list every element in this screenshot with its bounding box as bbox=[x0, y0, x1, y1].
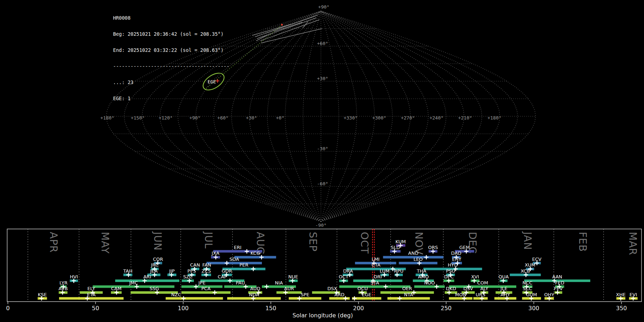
shower-code-label: ERI bbox=[234, 245, 241, 250]
shower-code-label: RPU bbox=[394, 268, 403, 274]
peak-marker bbox=[424, 255, 429, 259]
shower-code-label: JPE bbox=[198, 280, 205, 286]
peak-marker bbox=[352, 296, 357, 301]
shower-code-label: SLD bbox=[391, 245, 400, 250]
month-label: JUL bbox=[203, 231, 214, 249]
shower-code-label: ORI bbox=[374, 274, 382, 279]
shower-code-label: EHY bbox=[452, 257, 461, 262]
peak-marker bbox=[251, 267, 255, 271]
x-tick-label: 100 bbox=[178, 305, 189, 312]
peak-marker bbox=[225, 261, 229, 265]
shower-code-label: NIA bbox=[275, 280, 283, 286]
shower-code-label: SCC bbox=[523, 286, 532, 291]
shower-code-label: DSV bbox=[463, 286, 473, 291]
latitude-label: -60° bbox=[317, 181, 328, 186]
pole-label-north: +90° bbox=[318, 4, 329, 10]
shower-code-label: NUE bbox=[288, 274, 298, 279]
shower-code-label: NCC bbox=[522, 280, 532, 286]
meteor-trail bbox=[265, 15, 318, 33]
shower-code-label: PER bbox=[239, 262, 248, 268]
latitude-label: -30° bbox=[317, 146, 328, 151]
shower-activity-bar bbox=[166, 297, 223, 300]
shower-code-label: SDA bbox=[229, 257, 239, 262]
shower-code-label: LMI bbox=[372, 257, 380, 262]
shower-code-label: NOO bbox=[424, 280, 435, 286]
shower-activity-bar bbox=[289, 297, 321, 300]
peak-marker bbox=[397, 296, 402, 301]
radiant-drift-trail bbox=[206, 25, 282, 88]
shower-code-label: FEV bbox=[554, 286, 563, 291]
plot-canvas: EGE+90°-90°+60°+30°-30°-60°+180°+150°+12… bbox=[0, 0, 644, 322]
x-axis-title: Solar longitude (deg) bbox=[293, 312, 353, 319]
longitude-label: +60° bbox=[217, 115, 228, 121]
shower-code-label: DSX bbox=[327, 286, 337, 291]
longitude-label: +330° bbox=[343, 115, 357, 121]
shower-code-label: EGE bbox=[362, 292, 372, 297]
longitude-label: +90° bbox=[189, 115, 200, 121]
longitude-label: +210° bbox=[458, 115, 472, 121]
shower-activity-bar bbox=[59, 297, 123, 300]
peak-marker bbox=[384, 284, 388, 289]
longitude-label: +150° bbox=[131, 115, 145, 121]
shower-activity-bar bbox=[93, 286, 174, 288]
month-label: FEB bbox=[577, 232, 589, 252]
peak-marker bbox=[194, 284, 198, 289]
longitude-label: +180° bbox=[487, 115, 501, 121]
shower-code-label: JEA bbox=[150, 268, 158, 274]
x-tick-label: 200 bbox=[353, 305, 364, 312]
shower-code-label: ELY bbox=[87, 286, 95, 291]
shower-code-label: LEO bbox=[414, 257, 423, 262]
shower-code-label: PCA bbox=[201, 286, 211, 291]
shower-code-label: SPE bbox=[301, 292, 309, 297]
shower-radiant-label: EGE bbox=[208, 79, 216, 84]
shower-activity-bar bbox=[339, 286, 410, 288]
longitude-label: +30° bbox=[246, 115, 257, 121]
longitude-label: +300° bbox=[372, 115, 386, 121]
shower-code-label: ALY bbox=[480, 286, 488, 291]
x-tick-label: 50 bbox=[92, 305, 99, 312]
shower-code-label: OER bbox=[402, 286, 412, 291]
trail-begin-dot bbox=[281, 24, 283, 26]
shower-activity-bar bbox=[115, 279, 179, 282]
month-label: MAY bbox=[99, 232, 111, 254]
meteor-trail bbox=[261, 29, 322, 43]
shower-activity-bar bbox=[206, 262, 262, 264]
month-label: JAN bbox=[522, 231, 533, 250]
shower-code-label: GEM bbox=[459, 245, 470, 250]
shower-code-label: CTA bbox=[372, 262, 381, 268]
month-label: MAR bbox=[627, 232, 639, 255]
shower-activity-bar bbox=[131, 291, 178, 294]
peak-marker bbox=[264, 284, 269, 289]
shower-code-label: COM bbox=[477, 280, 488, 286]
longitude-label: +0° bbox=[276, 115, 284, 121]
shower-activity-bar bbox=[414, 286, 445, 288]
shower-code-label: NTA bbox=[404, 292, 413, 297]
peak-marker bbox=[213, 291, 217, 295]
shower-code-label: NDA bbox=[249, 292, 259, 297]
shower-code-label: DKD bbox=[446, 286, 456, 291]
shower-code-label: KSE bbox=[38, 292, 47, 297]
pole-label-south: -90° bbox=[315, 223, 326, 228]
shower-code-label: KCG bbox=[250, 250, 260, 256]
shower-code-label: PAU bbox=[236, 280, 245, 286]
shower-code-label: AND bbox=[408, 250, 419, 256]
radiant-position-marker bbox=[216, 79, 219, 83]
shower-code-label: AVB bbox=[58, 286, 68, 291]
shower-code-label: STA bbox=[371, 280, 379, 286]
latitude-label: +30° bbox=[317, 76, 328, 81]
shower-code-label: ARD bbox=[335, 292, 345, 297]
shower-activity-bar bbox=[181, 291, 230, 294]
shower-code-label: SZC bbox=[183, 274, 192, 279]
x-tick-label: 0 bbox=[6, 305, 10, 312]
shower-activity-bar bbox=[277, 291, 302, 294]
shower-code-label: CAP bbox=[218, 274, 227, 279]
shower-activity-timeline: APRMAYJUNJULAUGSEPOCTNOVDECJANFEBMARKUME… bbox=[6, 229, 641, 319]
peak-marker bbox=[245, 249, 249, 253]
month-label: APR bbox=[48, 232, 59, 253]
graticule-meridian bbox=[285, 11, 321, 221]
shower-code-label: THA bbox=[416, 268, 426, 274]
x-tick-label: 350 bbox=[616, 305, 627, 312]
longitude-label: +270° bbox=[401, 115, 415, 121]
month-label: SEP bbox=[307, 232, 319, 252]
shower-code-label: DRA bbox=[343, 268, 353, 274]
